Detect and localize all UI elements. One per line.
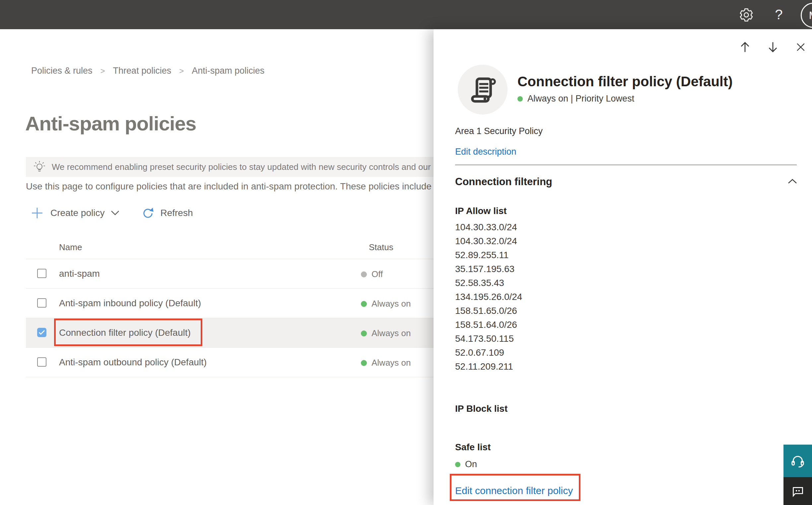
status-dot-on [518,96,523,102]
row-checkbox-checked[interactable] [37,328,46,337]
help-icon: ? [775,7,783,23]
arrow-up-icon [740,41,750,53]
row-name: Anti-spam outbound policy (Default) [59,357,207,368]
row-status: Off [361,269,383,279]
status-dot-on [455,462,460,467]
row-name: anti-spam [59,269,100,279]
safe-list-status-text: On [465,459,477,470]
screen: ? M Policies & rules > Threat policies >… [0,0,812,505]
ip-entry: 52.58.35.43 [455,276,522,290]
gear-icon [739,7,754,22]
row-checkbox[interactable] [37,357,46,367]
ip-allow-list-label: IP Allow list [455,206,507,216]
flyout-title: Connection filter policy (Default) [518,74,733,90]
breadcrumb-anti-spam-policies[interactable]: Anti-spam policies [192,66,264,76]
account-avatar[interactable]: M [801,3,812,28]
status-dot-on [361,360,367,366]
breadcrumb-policies-rules[interactable]: Policies & rules [31,66,92,76]
flyout-nav [739,41,807,53]
table-row-outbound-policy[interactable]: Anti-spam outbound policy (Default) Alwa… [26,347,437,377]
banner-text: We recommend enabling preset security po… [52,162,469,172]
ip-entry: 52.89.255.11 [455,248,522,262]
ip-allow-list: 104.30.33.0/24 104.30.32.0/24 52.89.255.… [455,220,522,374]
edit-connection-filter-policy-link[interactable]: Edit connection filter policy [455,485,573,496]
headset-icon [789,452,806,470]
row-checkbox[interactable] [37,269,46,278]
ip-entry: 134.195.26.0/24 [455,290,522,304]
top-app-bar: ? M [0,0,812,29]
feedback-icon [790,483,806,499]
chevron-down-icon [111,210,120,216]
refresh-button[interactable]: Refresh [142,207,193,219]
row-checkbox[interactable] [37,298,46,308]
ip-entry: 104.30.33.0/24 [455,220,522,234]
policy-table: Name Status anti-spam Off Anti-spam inbo… [26,232,437,377]
ip-entry: 52.0.67.109 [455,346,522,360]
divider [455,165,797,165]
breadcrumb: Policies & rules > Threat policies > Ant… [31,66,264,76]
previous-item-button[interactable] [739,41,751,53]
row-name: Anti-spam inbound policy (Default) [59,298,201,309]
table-header: Name Status [26,232,437,259]
ip-entry: 35.157.195.63 [455,262,522,276]
row-status: Always on [361,358,411,368]
status-dot-on [361,330,367,336]
section-title-connection-filtering: Connection filtering [455,176,552,188]
status-label: Off [372,269,383,279]
checkmark-icon [38,330,45,335]
policy-description: Area 1 Security Policy [455,126,543,136]
ip-entry: 158.51.65.0/26 [455,304,522,318]
breadcrumb-threat-policies[interactable]: Threat policies [113,66,172,76]
status-dot-on [361,301,367,307]
row-status: Always on [361,299,411,309]
status-label: Always on [372,328,411,338]
support-button[interactable] [784,445,812,477]
ip-entry: 104.30.32.0/24 [455,234,522,248]
column-header-name[interactable]: Name [59,242,82,252]
safe-list-status: On [455,459,477,470]
breadcrumb-separator: > [100,66,105,76]
avatar-initial: M [809,9,812,22]
status-dot-off [361,272,367,278]
flyout-status-line: Always on | Priority Lowest [518,94,634,104]
row-name: Connection filter policy (Default) [59,328,191,338]
plus-icon [31,207,43,219]
chevron-up-icon [787,178,797,184]
next-item-button[interactable] [767,41,779,53]
settings-button[interactable] [736,0,757,29]
ip-entry: 52.11.209.211 [455,360,522,374]
feedback-button[interactable] [784,477,812,505]
table-row-connection-filter-policy[interactable]: Connection filter policy (Default) Alway… [26,318,433,347]
close-flyout-button[interactable] [795,41,807,53]
refresh-label: Refresh [160,208,193,218]
safe-list-label: Safe list [455,442,490,453]
lightbulb-icon [34,161,45,173]
refresh-icon [142,207,154,219]
status-label: Always on [372,358,411,368]
policy-details-flyout: Connection filter policy (Default) Alway… [433,29,812,505]
toolbar: Create policy Refresh [31,204,193,222]
edit-description-link[interactable]: Edit description [455,147,517,157]
ip-block-list-label: IP Block list [455,403,508,414]
column-header-status[interactable]: Status [369,242,393,252]
create-policy-button[interactable]: Create policy [31,207,120,219]
ip-entry: 54.173.50.115 [455,332,522,346]
table-row-inbound-policy[interactable]: Anti-spam inbound policy (Default) Alway… [26,288,437,318]
collapse-section-button[interactable] [787,178,797,185]
close-icon [796,42,806,52]
status-label: Always on [372,299,411,309]
table-row-anti-spam[interactable]: anti-spam Off [26,259,437,288]
policy-scroll-icon [468,75,497,104]
page-title: Anti-spam policies [25,112,196,135]
row-status: Always on [361,328,411,338]
policy-icon-circle [458,65,508,115]
ip-entry: 158.51.64.0/26 [455,318,522,332]
breadcrumb-separator: > [179,66,184,76]
flyout-status-text: Always on | Priority Lowest [528,94,634,104]
arrow-down-icon [768,41,778,53]
create-policy-label: Create policy [50,208,105,218]
help-button[interactable]: ? [770,0,788,29]
